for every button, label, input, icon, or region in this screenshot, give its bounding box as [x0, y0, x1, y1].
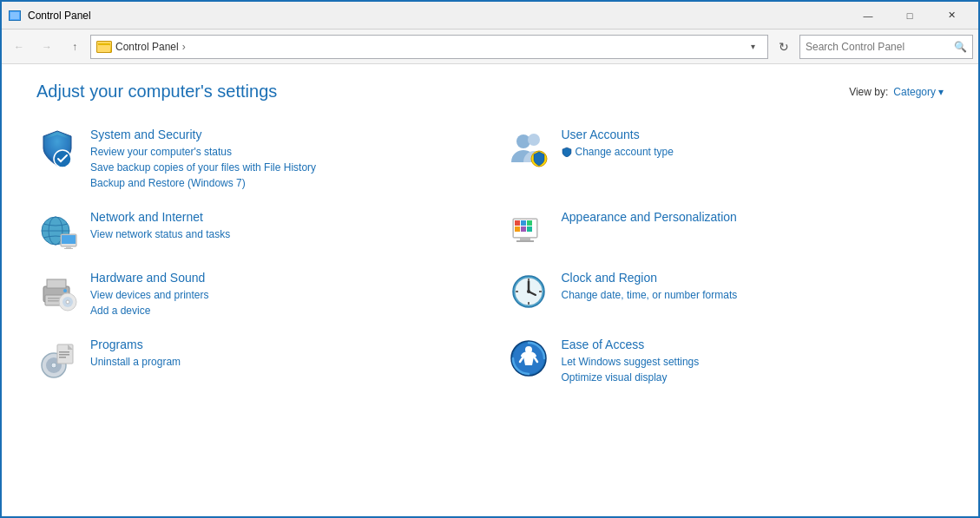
svg-rect-51: [59, 354, 69, 356]
svg-rect-52: [59, 357, 66, 358]
appearance-icon: [508, 210, 549, 252]
search-input[interactable]: [806, 41, 954, 53]
category-system-security: System and Security Review your computer…: [36, 122, 473, 196]
clock-icon: [508, 271, 549, 312]
svg-rect-27: [516, 240, 534, 242]
svg-point-36: [66, 300, 69, 304]
system-security-link-3[interactable]: Backup and Restore (Windows 7): [90, 175, 473, 191]
category-clock: Clock and Region Change date, time, or n…: [508, 266, 944, 324]
svg-rect-21: [521, 220, 526, 226]
system-security-icon: [36, 128, 78, 169]
svg-point-41: [527, 290, 530, 293]
window-icon: [9, 9, 23, 23]
svg-rect-32: [48, 300, 60, 302]
breadcrumb-separator: ›: [182, 41, 186, 53]
breadcrumb-label: Control Panel: [115, 41, 179, 53]
page-title: Adjust your computer's settings: [36, 82, 277, 102]
maximize-button[interactable]: □: [890, 3, 930, 29]
categories-grid: System and Security Review your computer…: [36, 122, 944, 390]
svg-point-33: [63, 289, 67, 292]
address-field[interactable]: Control Panel › ▾: [90, 35, 768, 59]
programs-link-1[interactable]: Uninstall a program: [90, 354, 473, 370]
ease-of-access-link-1[interactable]: Let Windows suggest settings: [562, 354, 944, 370]
ease-of-access-link-2[interactable]: Optimize visual display: [562, 370, 944, 385]
clock-text: Clock and Region Change date, time, or n…: [562, 271, 944, 303]
svg-rect-22: [527, 220, 532, 226]
user-accounts-text: User Accounts Change account type: [562, 128, 944, 160]
clock-title[interactable]: Clock and Region: [562, 271, 944, 285]
window-controls: — □ ✕: [848, 3, 971, 29]
system-security-link-1[interactable]: Review your computer's status: [90, 144, 473, 160]
up-button[interactable]: ↑: [62, 35, 87, 59]
system-security-link-2[interactable]: Save backup copies of your files with Fi…: [90, 160, 473, 175]
appearance-title[interactable]: Appearance and Personalization: [562, 210, 944, 224]
svg-rect-20: [515, 220, 520, 226]
forward-button[interactable]: →: [35, 35, 59, 59]
hardware-text: Hardware and Sound View devices and prin…: [90, 271, 473, 318]
address-bar: ← → ↑ Control Panel › ▾ ↻ 🔍: [2, 30, 978, 64]
search-box[interactable]: 🔍: [799, 35, 973, 59]
svg-rect-26: [520, 238, 530, 240]
hardware-link-1[interactable]: View devices and printers: [90, 287, 473, 303]
category-user-accounts: User Accounts Change account type: [508, 122, 944, 196]
refresh-button[interactable]: ↻: [772, 35, 796, 59]
search-icon[interactable]: 🔍: [954, 41, 967, 53]
programs-icon: [36, 338, 78, 379]
category-hardware: Hardware and Sound View devices and prin…: [36, 266, 473, 324]
back-button[interactable]: ←: [7, 35, 31, 59]
svg-rect-15: [62, 235, 76, 244]
svg-rect-6: [98, 43, 102, 45]
system-security-title[interactable]: System and Security: [90, 128, 473, 141]
view-by-dropdown[interactable]: Category ▾: [893, 86, 944, 98]
title-bar: Control Panel — □ ✕: [2, 2, 978, 30]
network-link-1[interactable]: View network status and tasks: [90, 226, 473, 242]
clock-link-1[interactable]: Change date, time, or number formats: [562, 287, 944, 303]
system-security-text: System and Security Review your computer…: [90, 128, 473, 191]
programs-text: Programs Uninstall a program: [90, 338, 473, 370]
category-programs: Programs Uninstall a program: [36, 332, 473, 390]
main-content: Adjust your computer's settings View by:…: [2, 64, 978, 408]
window-title: Control Panel: [28, 10, 848, 22]
svg-rect-50: [59, 351, 69, 353]
hardware-title[interactable]: Hardware and Sound: [90, 271, 473, 285]
programs-title[interactable]: Programs: [90, 338, 473, 351]
svg-rect-25: [527, 226, 532, 232]
shield-small-icon: [562, 147, 572, 157]
svg-rect-29: [47, 279, 66, 288]
category-appearance: Appearance and Personalization: [508, 205, 944, 257]
svg-rect-24: [521, 226, 526, 232]
svg-rect-4: [97, 45, 110, 52]
user-accounts-link-1[interactable]: Change account type: [576, 144, 674, 160]
svg-point-9: [528, 134, 540, 146]
hardware-icon: [36, 271, 78, 312]
network-icon: [36, 210, 78, 252]
category-network: Network and Internet View network status…: [36, 205, 473, 257]
view-by-label: View by:: [849, 86, 888, 98]
view-by-arrow: ▾: [938, 86, 944, 98]
user-accounts-icon: [508, 128, 549, 169]
network-title[interactable]: Network and Internet: [90, 210, 473, 224]
ease-of-access-title[interactable]: Ease of Access: [562, 338, 944, 351]
page-header: Adjust your computer's settings View by:…: [36, 82, 944, 102]
view-by-control: View by: Category ▾: [849, 86, 944, 98]
ease-of-access-text: Ease of Access Let Windows suggest setti…: [562, 338, 944, 385]
ease-of-access-icon: [508, 338, 549, 379]
appearance-text: Appearance and Personalization: [562, 210, 944, 226]
close-button[interactable]: ✕: [931, 3, 971, 29]
user-accounts-title[interactable]: User Accounts: [562, 128, 944, 141]
svg-rect-23: [515, 226, 520, 232]
svg-rect-2: [10, 12, 19, 19]
svg-point-48: [51, 363, 56, 368]
svg-rect-17: [64, 248, 73, 249]
category-ease-of-access: Ease of Access Let Windows suggest setti…: [508, 332, 944, 390]
view-by-value: Category: [893, 86, 936, 98]
minimize-button[interactable]: —: [848, 3, 888, 29]
address-dropdown-button[interactable]: ▾: [743, 35, 762, 59]
folder-icon: [96, 41, 112, 53]
hardware-link-2[interactable]: Add a device: [90, 303, 473, 318]
network-text: Network and Internet View network status…: [90, 210, 473, 242]
svg-rect-16: [66, 246, 71, 248]
